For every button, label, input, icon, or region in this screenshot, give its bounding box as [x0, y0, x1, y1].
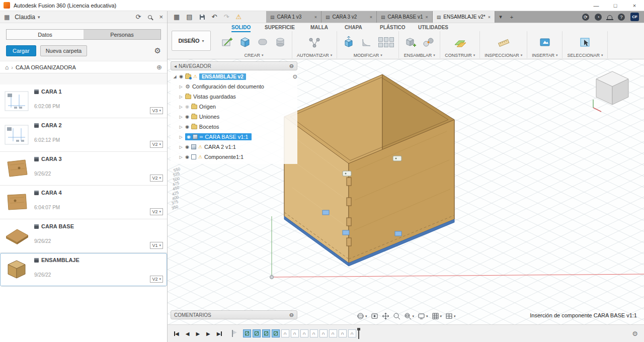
insert-icon[interactable] — [538, 35, 552, 49]
close-tab-icon[interactable]: × — [488, 15, 491, 20]
help-icon[interactable]: ? — [618, 14, 625, 21]
visibility-eye-icon[interactable]: ◉ — [185, 114, 189, 119]
navigator-row-componente1[interactable]: ▷ ◉ ⚠ Componente1:1 — [171, 152, 297, 162]
timeline-settings-gear-icon[interactable]: ⚙ — [632, 330, 644, 337]
share-icon[interactable]: ⊕ — [156, 63, 162, 71]
ribbon-tab-utilidades[interactable]: UTILIDADES — [418, 25, 448, 31]
navigator-row-joints[interactable]: ▷ ◉ Uniones — [171, 112, 297, 122]
panel-options-icon[interactable]: ⊖ — [289, 312, 294, 318]
visibility-eye-icon[interactable]: ◉ — [185, 154, 189, 159]
look-at-tool[interactable] — [371, 312, 378, 320]
tab-overflow-icon[interactable]: ▾ — [495, 11, 506, 23]
expand-caret-icon[interactable]: ▷ — [179, 135, 183, 139]
workspace-switcher[interactable]: DISEÑO▾ — [172, 31, 211, 51]
press-pull-icon[interactable] — [342, 35, 356, 49]
selected-component-row[interactable]: ◉ ∞ CARA BASE v1:1 — [185, 133, 252, 140]
app-grid-icon[interactable]: ▦ — [174, 13, 180, 21]
group-label-inspeccionar[interactable]: INSPECCIONAR▾ — [485, 53, 522, 58]
close-tab-icon[interactable]: × — [426, 15, 428, 20]
new-folder-button[interactable]: Nueva carpeta — [40, 45, 88, 56]
create-sketch-icon[interactable] — [220, 35, 234, 49]
group-label-automatizar[interactable]: AUTOMATIZAR▾ — [297, 53, 332, 58]
close-button[interactable]: × — [625, 0, 644, 11]
version-badge[interactable]: V2▾ — [150, 175, 163, 182]
user-avatar[interactable]: CF — [630, 13, 639, 21]
navigator-root-row[interactable]: ◢ ◉ ⚠ ENSAMBLAJE v2 ⊙ — [171, 71, 297, 81]
profile-status-icon[interactable]: ◔ — [595, 14, 602, 21]
play-button[interactable]: ▶ — [196, 331, 200, 336]
navigator-row-origin[interactable]: ▷ ◉ Origen — [171, 102, 297, 112]
ribbon-tab-chapa[interactable]: CHAPA — [345, 25, 362, 31]
navigator-row-cara-base[interactable]: ▷ ◉ ∞ CARA BASE v1:1 — [171, 132, 297, 142]
activate-component-icon[interactable]: ⊙ — [293, 73, 297, 80]
zoom-tool[interactable] — [393, 312, 400, 320]
timeline-position-marker[interactable] — [358, 328, 359, 339]
upload-button[interactable]: Cargar — [6, 45, 36, 56]
timeline-flag-icon[interactable] — [232, 330, 238, 337]
measure-icon[interactable] — [497, 35, 511, 49]
timeline-joint-feature[interactable]: ∩ — [348, 329, 356, 337]
visibility-eye-icon[interactable]: ◉ — [185, 124, 189, 129]
visibility-eye-icon[interactable]: ◉ — [185, 104, 189, 109]
go-to-start-button[interactable]: ◀ — [174, 331, 179, 336]
version-badge[interactable]: V1▾ — [150, 242, 163, 249]
list-item[interactable]: CARA 2 6:02:12 PM V2▾ — [0, 118, 167, 152]
minimize-button[interactable]: — — [587, 0, 606, 11]
chevron-down-icon[interactable]: ▾ — [38, 15, 40, 20]
timeline-joint-feature[interactable]: ∩ — [339, 329, 347, 337]
visibility-eye-icon[interactable]: ◉ — [179, 74, 183, 79]
search-icon[interactable] — [148, 15, 152, 19]
app-grid-icon[interactable]: ▦ — [4, 14, 10, 21]
expand-caret-icon[interactable]: ◢ — [173, 74, 177, 79]
list-item-selected[interactable]: ENSAMBLAJE 9/26/22 V2▾ — [0, 253, 167, 287]
navigator-row-sketches[interactable]: ▷ ◉ Bocetos — [171, 122, 297, 132]
joint-icon[interactable] — [421, 35, 435, 49]
job-status-icon[interactable]: ⟳ — [582, 14, 589, 21]
orbit-tool[interactable]: ▾ — [357, 312, 367, 320]
data-panel-toggle-icon[interactable]: ▤ — [186, 13, 192, 21]
version-badge[interactable]: V2▾ — [150, 208, 163, 215]
timeline-joint-feature[interactable]: ∩ — [281, 329, 289, 337]
go-to-end-button[interactable]: ▶ — [217, 331, 222, 336]
tab-personas[interactable]: Personas — [84, 30, 160, 39]
group-label-crear[interactable]: CREAR▾ — [244, 53, 263, 58]
new-tab-button[interactable]: + — [506, 11, 517, 23]
viewport-canvas[interactable]: 550 525 500 475 450 425 400 375 350 ◂ NA… — [168, 59, 644, 324]
timeline-joint-feature[interactable]: ∩ — [310, 329, 318, 337]
close-tab-icon[interactable]: × — [314, 15, 317, 20]
refresh-icon[interactable]: ⟳ — [136, 13, 141, 21]
save-icon[interactable] — [199, 14, 205, 20]
expand-caret-icon[interactable]: ▷ — [179, 115, 183, 119]
notifications-bell-icon[interactable] — [607, 15, 612, 20]
close-panel-icon[interactable]: × — [159, 13, 163, 21]
visibility-eye-icon[interactable]: ◉ — [187, 134, 191, 139]
grid-snap-tool[interactable]: ▾ — [432, 312, 442, 320]
viewports-tool[interactable]: ▾ — [445, 312, 456, 320]
document-tab[interactable]: ▤ CARA 3 v2 × — [321, 11, 377, 23]
team-name[interactable]: Claudia — [15, 14, 35, 21]
automate-icon[interactable] — [307, 35, 321, 49]
step-forward-button[interactable]: ▶ — [206, 331, 210, 336]
zoom-window-tool[interactable]: ▾ — [404, 312, 415, 320]
comments-bar[interactable]: COMENTARIOS ⊖ — [171, 310, 297, 319]
group-label-modificar[interactable]: MODIFICAR▾ — [354, 53, 382, 58]
project-name[interactable]: CAJA ORGANIZADORA — [16, 64, 76, 70]
fillet-icon[interactable] — [359, 35, 373, 49]
visibility-eye-icon[interactable]: ◉ — [185, 144, 189, 149]
version-badge[interactable]: V3▾ — [150, 107, 163, 114]
undo-icon[interactable]: ↶ — [212, 13, 217, 21]
pan-tool[interactable] — [382, 312, 389, 320]
timeline-sketch-feature[interactable] — [243, 329, 251, 337]
new-component-icon[interactable] — [404, 35, 418, 49]
timeline-joint-feature[interactable]: ∩ — [291, 329, 299, 337]
timeline-joint-feature[interactable]: ∩ — [319, 329, 328, 337]
extrude-icon[interactable] — [238, 35, 252, 49]
navigator-row-document-settings[interactable]: ▷ ⚙ Configuración del documento — [171, 81, 297, 92]
group-label-ensamblar[interactable]: ENSAMBLAR▾ — [404, 53, 435, 58]
cylinder-icon[interactable] — [273, 35, 287, 49]
expand-caret-icon[interactable]: ▷ — [179, 105, 183, 109]
warning-icon[interactable]: ⚠ — [235, 13, 242, 21]
group-label-insertar[interactable]: INSERTAR▾ — [532, 53, 557, 58]
group-label-seleccionar[interactable]: SELECCIONAR▾ — [567, 53, 603, 58]
version-badge[interactable]: V2▾ — [150, 276, 163, 283]
